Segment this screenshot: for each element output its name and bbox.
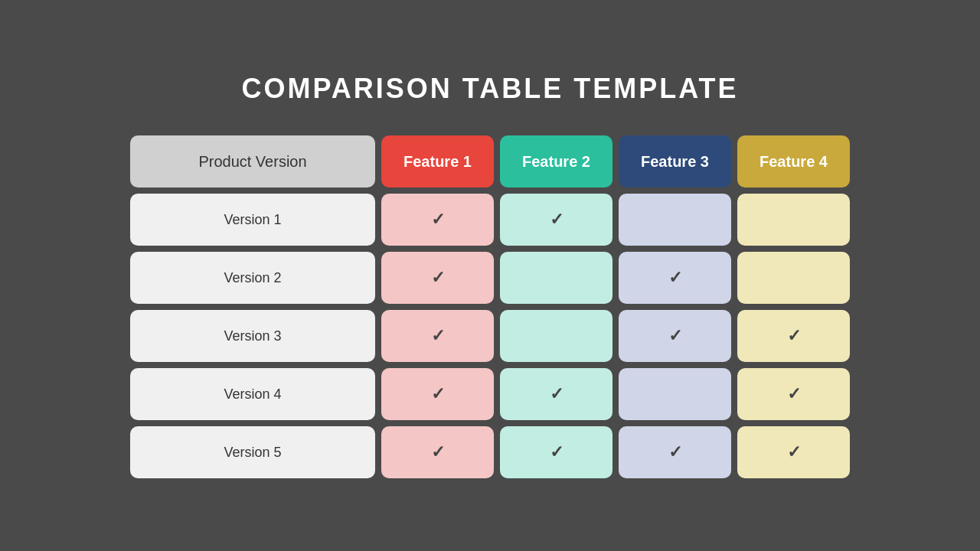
- f4-cell-r5: ✓: [737, 426, 850, 478]
- f2-cell-r2: [500, 252, 612, 304]
- checkmark-icon: ✓: [431, 384, 445, 404]
- table-row: Version 2 ✓ ✓: [130, 252, 850, 304]
- page-title: COMPARISON TABLE TEMPLATE: [242, 73, 739, 105]
- checkmark-icon: ✓: [550, 442, 564, 462]
- f3-cell-r4: [619, 368, 731, 420]
- table-row: Version 4 ✓ ✓ ✓: [130, 368, 850, 420]
- checkmark-icon: ✓: [787, 384, 801, 404]
- header-feature3-cell: Feature 3: [619, 135, 731, 187]
- header-row: Product Version Feature 1 Feature 2 Feat…: [130, 135, 850, 187]
- checkmark-icon: ✓: [787, 442, 801, 462]
- checkmark-icon: ✓: [668, 268, 682, 288]
- f3-cell-r5: ✓: [619, 426, 731, 478]
- checkmark-icon: ✓: [431, 268, 445, 288]
- header-feature4-cell: Feature 4: [737, 135, 850, 187]
- version-label: Version 3: [130, 310, 375, 362]
- checkmark-icon: ✓: [431, 326, 445, 346]
- checkmark-icon: ✓: [550, 210, 564, 230]
- f3-cell-r3: ✓: [619, 310, 731, 362]
- header-product-cell: Product Version: [130, 135, 375, 187]
- f4-cell-r3: ✓: [737, 310, 850, 362]
- f1-cell-r2: ✓: [381, 252, 494, 304]
- f2-cell-r3: [500, 310, 612, 362]
- table-row: Version 3 ✓ ✓ ✓: [130, 310, 850, 362]
- f1-cell-r4: ✓: [381, 368, 494, 420]
- version-label: Version 1: [130, 194, 375, 246]
- checkmark-icon: ✓: [431, 210, 445, 230]
- checkmark-icon: ✓: [787, 326, 801, 346]
- f4-cell-r4: ✓: [737, 368, 850, 420]
- checkmark-icon: ✓: [668, 442, 682, 462]
- table-row: Version 1 ✓ ✓: [130, 194, 850, 246]
- f1-cell-r1: ✓: [381, 194, 494, 246]
- version-label: Version 2: [130, 252, 375, 304]
- comparison-table: Product Version Feature 1 Feature 2 Feat…: [130, 135, 850, 478]
- f1-cell-r3: ✓: [381, 310, 494, 362]
- f3-cell-r2: ✓: [619, 252, 731, 304]
- f4-cell-r2: [737, 252, 850, 304]
- version-label: Version 4: [130, 368, 375, 420]
- f2-cell-r5: ✓: [500, 426, 612, 478]
- f2-cell-r1: ✓: [500, 194, 612, 246]
- checkmark-icon: ✓: [431, 442, 445, 462]
- f2-cell-r4: ✓: [500, 368, 612, 420]
- header-feature1-cell: Feature 1: [381, 135, 494, 187]
- header-feature2-cell: Feature 2: [500, 135, 612, 187]
- version-label: Version 5: [130, 426, 375, 478]
- f3-cell-r1: [619, 194, 731, 246]
- checkmark-icon: ✓: [668, 326, 682, 346]
- table-row: Version 5 ✓ ✓ ✓ ✓: [130, 426, 850, 478]
- f1-cell-r5: ✓: [381, 426, 494, 478]
- f4-cell-r1: [737, 194, 850, 246]
- checkmark-icon: ✓: [550, 384, 564, 404]
